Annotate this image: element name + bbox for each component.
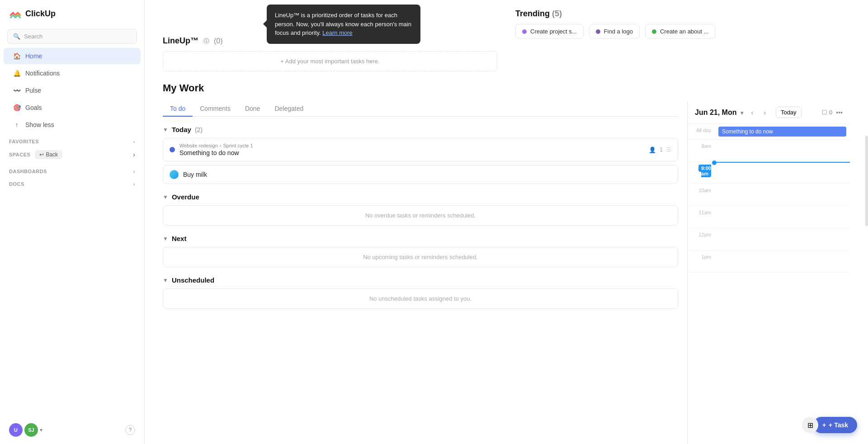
today-section: ▼ Today (2) Website redesign › Sprint cy… — [163, 126, 678, 184]
calendar-date-dropdown-icon[interactable]: ▾ — [741, 110, 743, 116]
search-box[interactable]: 🔍 Search — [7, 29, 137, 44]
cal-row-12pm: 12pm — [688, 228, 850, 250]
calendar-more-icon[interactable]: ••• — [836, 109, 843, 116]
assignee-icon: 👤 — [649, 146, 656, 153]
sidebar-item-notifications[interactable]: 🔔 Notifications — [4, 65, 141, 81]
task-info-2: Buy milk — [183, 171, 671, 178]
app-switcher-button[interactable]: ⊞ — [802, 417, 818, 433]
docs-section-header: DOCS › — [0, 176, 144, 189]
task-row-1[interactable]: Website redesign › Sprint cycle 1 Someth… — [163, 138, 678, 161]
allday-label: All day — [688, 124, 715, 139]
trending-item-2[interactable]: Create an about ... — [645, 24, 716, 39]
trending-items-list: Create project s... Find a logo Create a… — [515, 24, 850, 39]
home-icon: 🏠 — [13, 52, 21, 60]
sidebar-item-goals[interactable]: 🎯 Goals — [4, 99, 141, 116]
tab-comments[interactable]: Comments — [193, 101, 238, 117]
task-row-2[interactable]: Buy milk — [163, 165, 678, 184]
task-menu-icon[interactable]: ☰ — [666, 146, 671, 153]
cal-content-12pm[interactable] — [715, 228, 850, 250]
pulse-icon: 〰️ — [13, 86, 21, 94]
cal-time-11am: 11am — [688, 206, 715, 215]
search-icon: 🔍 — [13, 33, 20, 40]
spaces-chevron-icon[interactable]: › — [133, 151, 135, 158]
lineup-add-box[interactable]: + Add your most important tasks here. — [163, 51, 497, 71]
next-empty-message: No upcoming tasks or reminders scheduled… — [163, 247, 678, 267]
overdue-arrow-icon: ▼ — [163, 194, 168, 200]
learn-more-link[interactable]: Learn more — [322, 29, 352, 36]
favorites-chevron-icon[interactable]: › — [133, 139, 135, 144]
trending-item-0[interactable]: Create project s... — [515, 24, 584, 39]
calendar-today-button[interactable]: Today — [776, 107, 802, 118]
cal-content-1pm[interactable] — [715, 250, 850, 272]
cal-content-11am[interactable] — [715, 206, 850, 228]
trending-dot-0 — [522, 29, 527, 34]
back-button[interactable]: ↩ Back — [35, 150, 62, 159]
trending-header: Trending (5) — [515, 9, 850, 19]
cal-content-10am[interactable] — [715, 184, 850, 206]
sidebar-pulse-label: Pulse — [25, 87, 41, 94]
calendar-task-count: ☐ 0 — [822, 109, 832, 116]
unscheduled-empty-message: No unscheduled tasks assigned to you. — [163, 288, 678, 309]
unscheduled-section-header[interactable]: ▼ Unscheduled — [163, 276, 678, 284]
trending-label-1: Find a logo — [604, 28, 633, 35]
calendar-scrollbar[interactable] — [865, 136, 868, 226]
app-name: ClickUp — [25, 9, 56, 19]
lineup-count: (0) — [214, 37, 223, 45]
sidebar-bottom: U SJ ▾ ? — [0, 416, 144, 444]
calendar-allday-row: All day Something to do now — [688, 124, 850, 140]
clickup-logo-icon — [9, 7, 22, 20]
docs-chevron-icon[interactable]: › — [133, 181, 135, 187]
next-section-header[interactable]: ▼ Next — [163, 235, 678, 242]
overdue-section-header[interactable]: ▼ Overdue — [163, 193, 678, 201]
calendar-prev-button[interactable]: ‹ — [747, 107, 758, 118]
allday-content: Something to do now — [715, 124, 850, 139]
lineup-info-icon[interactable]: ⓘ — [202, 37, 210, 45]
cal-content-9am[interactable] — [715, 162, 850, 184]
cal-content-8am[interactable] — [715, 140, 850, 161]
trending-container: Trending (5) Create project s... Find a … — [515, 9, 850, 39]
user-avatars: U SJ ▾ — [9, 423, 42, 437]
dashboards-chevron-icon[interactable]: › — [133, 169, 135, 174]
add-task-icon: + — [822, 421, 826, 429]
trending-dot-1 — [596, 29, 600, 34]
today-count: (2) — [195, 126, 203, 133]
tab-delegated[interactable]: Delegated — [267, 101, 311, 117]
avatar-u[interactable]: U — [9, 423, 23, 437]
tab-todo[interactable]: To do — [163, 101, 193, 117]
cal-row-9am: 9:00 am — [688, 162, 850, 184]
calendar-next-button[interactable]: › — [760, 107, 770, 118]
next-arrow-icon: ▼ — [163, 236, 168, 242]
cal-time-12pm: 12pm — [688, 228, 715, 237]
allday-event[interactable]: Something to do now — [718, 127, 846, 137]
add-task-button[interactable]: + + Task — [813, 417, 857, 433]
task-info-1: Website redesign › Sprint cycle 1 Someth… — [179, 143, 644, 156]
sidebar-item-pulse[interactable]: 〰️ Pulse — [4, 82, 141, 99]
sidebar-item-show-less[interactable]: ↑ Show less — [4, 117, 141, 133]
avatar-sj[interactable]: SJ — [24, 423, 38, 437]
cal-row-8am: 8am — [688, 140, 850, 162]
tab-done[interactable]: Done — [238, 101, 267, 117]
task-avatar-2 — [170, 170, 179, 179]
avatar-dropdown-icon[interactable]: ▾ — [40, 427, 42, 433]
next-section: ▼ Next No upcoming tasks or reminders sc… — [163, 235, 678, 267]
cal-row-10am: 10am — [688, 184, 850, 206]
task-breadcrumb-1: Website redesign › Sprint cycle 1 — [179, 143, 644, 148]
work-content: To do Comments Done Delegated ▼ Today (2… — [163, 101, 687, 444]
calendar-checkbox-icon: ☐ — [822, 109, 827, 116]
show-less-icon: ↑ — [13, 121, 21, 129]
trending-item-1[interactable]: Find a logo — [589, 24, 640, 39]
today-section-header[interactable]: ▼ Today (2) — [163, 126, 678, 133]
calendar-body: 8am 9:00 am 10am — [688, 140, 850, 444]
next-title: Next — [172, 235, 187, 242]
sidebar-item-home[interactable]: 🏠 Home — [4, 48, 141, 64]
unscheduled-arrow-icon: ▼ — [163, 277, 168, 283]
calendar-date: Jun 21, Mon ▾ — [695, 109, 743, 117]
task-meta-1: 👤 1 ☰ — [649, 146, 671, 153]
spaces-section-header[interactable]: SPACES ↩ Back › — [0, 146, 144, 163]
mywork-title: My Work — [163, 82, 850, 94]
now-time-badge: 9:00 am — [698, 165, 711, 177]
help-button[interactable]: ? — [125, 425, 135, 435]
cal-time-1pm: 1pm — [688, 250, 715, 260]
lineup-add-label: + Add your most important tasks here. — [280, 58, 379, 65]
add-task-label: + Task — [829, 421, 848, 429]
